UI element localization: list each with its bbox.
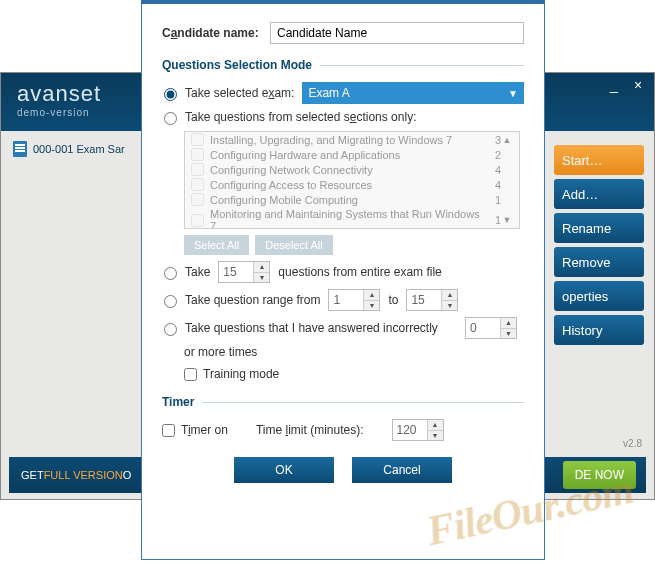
spinner-down-icon[interactable]: ▼ — [501, 329, 516, 339]
opt-sections-label: Take questions from selected sections on… — [185, 110, 416, 124]
section-count: 1 — [481, 214, 501, 226]
file-name: 000-001 Exam Sar — [33, 143, 125, 155]
spinner-up-icon[interactable]: ▲ — [428, 420, 443, 431]
section-item[interactable]: Configuring Access to Resources4 — [185, 177, 519, 192]
training-mode-label: Training mode — [203, 367, 279, 381]
close-icon[interactable]: × — [630, 77, 646, 93]
add-button[interactable]: Add… — [554, 179, 644, 209]
deselect-all-button[interactable]: Deselect All — [255, 235, 332, 255]
incorrect-value: 0 — [466, 318, 500, 338]
opt-range-row: Take question range from 1 ▲▼ to 15 ▲▼ — [164, 289, 524, 311]
exam-dropdown[interactable]: Exam A ▼ — [302, 82, 524, 104]
opt-take-post: questions from entire exam file — [278, 265, 441, 279]
training-mode-checkbox[interactable] — [184, 368, 197, 381]
opt-incorrect-label: Take questions that I have answered inco… — [185, 321, 457, 335]
section-label: Monitoring and Maintaining Systems that … — [210, 208, 481, 229]
opt-selected-label: Take selected exam: — [185, 86, 294, 100]
opt-take-pre: Take — [185, 265, 210, 279]
timer-on-checkbox[interactable] — [162, 424, 175, 437]
radio-take-n[interactable] — [164, 267, 177, 280]
remove-button[interactable]: Remove — [554, 247, 644, 277]
dialog-footer: OK Cancel — [162, 457, 524, 483]
take-count-value: 15 — [219, 262, 253, 282]
opt-incorrect-post: or more times — [184, 345, 524, 359]
time-limit-label: Time limit (minutes): — [256, 423, 364, 437]
properties-button[interactable]: operties — [554, 281, 644, 311]
section-checkbox[interactable] — [191, 133, 204, 146]
file-item[interactable]: 000-001 Exam Sar — [9, 137, 149, 161]
opt-range-pre: Take question range from — [185, 293, 320, 307]
incorrect-spinner[interactable]: 0 ▲▼ — [465, 317, 517, 339]
section-checkbox[interactable] — [191, 148, 204, 161]
section-checkbox[interactable] — [191, 214, 204, 227]
timer-on-label: Timer on — [181, 423, 228, 437]
section-item[interactable]: Installing, Upgrading, and Migrating to … — [185, 132, 519, 147]
radio-selected-exam[interactable] — [164, 88, 177, 101]
spinner-down-icon[interactable]: ▼ — [428, 431, 443, 441]
spinner-down-icon[interactable]: ▼ — [364, 301, 379, 311]
start-button[interactable]: Start… — [554, 145, 644, 175]
spinner-up-icon[interactable]: ▲ — [501, 318, 516, 329]
section-label: Configuring Network Connectivity — [210, 164, 481, 176]
logo-text: avanset — [17, 81, 101, 107]
section-count: 4 — [481, 164, 501, 176]
range-to-value: 15 — [407, 290, 441, 310]
section-item[interactable]: Monitoring and Maintaining Systems that … — [185, 207, 519, 229]
logo-subtext: demo-version — [17, 107, 101, 118]
spinner-down-icon[interactable]: ▼ — [254, 273, 269, 283]
section-checkbox[interactable] — [191, 193, 204, 206]
spinner-up-icon[interactable]: ▲ — [442, 290, 457, 301]
minimize-icon[interactable]: _ — [606, 77, 622, 93]
opt-incorrect-row: Take questions that I have answered inco… — [164, 317, 524, 339]
timer-header: Timer — [162, 395, 524, 409]
opt-sections-row: Take questions from selected sections on… — [164, 110, 524, 125]
candidate-label: Candidate name: — [162, 26, 270, 40]
candidate-name-input[interactable] — [270, 22, 524, 44]
exam-settings-dialog: Candidate name: Questions Selection Mode… — [141, 0, 545, 560]
section-item[interactable]: Configuring Hardware and Applications2 — [185, 147, 519, 162]
section-label: Configuring Hardware and Applications — [210, 149, 481, 161]
spinner-up-icon[interactable]: ▲ — [364, 290, 379, 301]
range-to-spinner[interactable]: 15 ▲▼ — [406, 289, 458, 311]
ok-button[interactable]: OK — [234, 457, 334, 483]
chevron-icon: ▼ — [501, 215, 513, 225]
radio-sections[interactable] — [164, 112, 177, 125]
training-row: Training mode — [184, 367, 524, 381]
history-button[interactable]: History — [554, 315, 644, 345]
opt-range-to-lbl: to — [388, 293, 398, 307]
file-list: 000-001 Exam Sar — [9, 137, 149, 161]
opt-take-row: Take 15 ▲▼ questions from entire exam fi… — [164, 261, 524, 283]
section-count: 2 — [481, 149, 501, 161]
section-item[interactable]: Configuring Mobile Computing1 — [185, 192, 519, 207]
upgrade-button[interactable]: DE NOW — [563, 461, 636, 489]
section-checkbox[interactable] — [191, 163, 204, 176]
exam-dropdown-value: Exam A — [308, 86, 349, 100]
footer-text-pre: GET — [21, 469, 44, 481]
footer-text-post: O — [123, 469, 132, 481]
select-buttons: Select All Deselect All — [184, 235, 524, 255]
window-controls: _ × — [606, 77, 646, 93]
app-logo: avanset demo-version — [17, 81, 101, 118]
chevron-down-icon: ▼ — [508, 88, 518, 99]
range-from-value: 1 — [329, 290, 363, 310]
action-buttons: Start… Add… Rename Remove operties Histo… — [554, 145, 644, 345]
spinner-down-icon[interactable]: ▼ — [442, 301, 457, 311]
time-limit-spinner[interactable]: 120 ▲▼ — [392, 419, 444, 441]
rename-button[interactable]: Rename — [554, 213, 644, 243]
spinner-up-icon[interactable]: ▲ — [254, 262, 269, 273]
candidate-row: Candidate name: — [162, 22, 524, 44]
section-label: Configuring Mobile Computing — [210, 194, 481, 206]
section-checkbox[interactable] — [191, 178, 204, 191]
qsm-header: Questions Selection Mode — [162, 58, 524, 72]
section-item[interactable]: Configuring Network Connectivity4 — [185, 162, 519, 177]
select-all-button[interactable]: Select All — [184, 235, 249, 255]
section-count: 1 — [481, 194, 501, 206]
sections-list[interactable]: Installing, Upgrading, and Migrating to … — [184, 131, 520, 229]
time-limit-value: 120 — [393, 420, 427, 440]
section-count: 3 — [481, 134, 501, 146]
radio-incorrect[interactable] — [164, 323, 177, 336]
radio-range[interactable] — [164, 295, 177, 308]
cancel-button[interactable]: Cancel — [352, 457, 452, 483]
range-from-spinner[interactable]: 1 ▲▼ — [328, 289, 380, 311]
take-count-spinner[interactable]: 15 ▲▼ — [218, 261, 270, 283]
